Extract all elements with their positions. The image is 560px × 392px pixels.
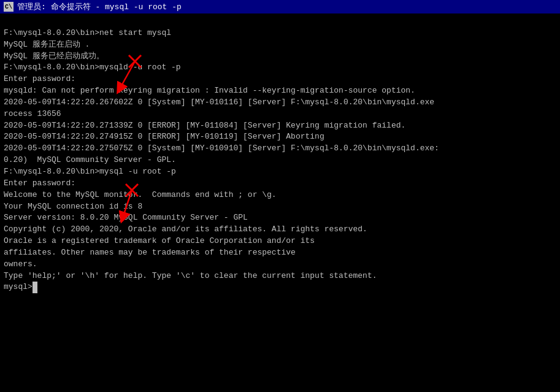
terminal-line: MySQL 服务正在启动 . [4, 39, 556, 51]
title-bar-icon: C\ [4, 2, 13, 12]
terminal-line: F:\mysql-8.0.20\bin>mysqld -u root -p [4, 62, 556, 74]
terminal-line: Enter password: [4, 178, 556, 190]
terminal-line: 2020-05-09T14:22:20.275075Z 0 [System] [… [4, 143, 556, 155]
terminal-line: Type 'help;' or '\h' for help. Type '\c'… [4, 271, 556, 282]
terminal-line: MySQL 服务已经启动成功。 [4, 51, 556, 63]
terminal-line: Your MySQL connection id is 8 [4, 201, 556, 213]
terminal-line: affiliates. Other names may be trademark… [4, 247, 556, 259]
terminal-line: owners. [4, 259, 556, 271]
terminal-line: rocess 13656 [4, 109, 556, 120]
title-bar: C\ 管理员: 命令提示符 - mysql -u root -p [0, 0, 560, 13]
terminal-line: mysql> [4, 282, 556, 293]
terminal-cursor [33, 282, 37, 293]
terminal-line: 2020-05-09T14:22:20.271339Z 0 [ERROR] [M… [4, 120, 556, 132]
terminal-line: F:\mysql-8.0.20\bin>mysql -u root -p [4, 166, 556, 178]
title-bar-title: 管理员: 命令提示符 - mysql -u root -p [17, 1, 182, 12]
terminal-line: mysqld: Can not perform keyring migratio… [4, 85, 556, 97]
terminal-line: Enter password: [4, 74, 556, 85]
terminal-line: 2020-05-09T14:22:20.267602Z 0 [System] [… [4, 97, 556, 109]
terminal-line: Copyright (c) 2000, 2020, Oracle and/or … [4, 224, 556, 236]
terminal-line: Welcome to the MySQL monitor. Commands e… [4, 190, 556, 201]
terminal-line: Oracle is a registered trademark of Orac… [4, 236, 556, 247]
terminal-line: Server version: 8.0.20 MySQL Community S… [4, 212, 556, 224]
terminal-body[interactable]: F:\mysql-8.0.20\bin>net start mysqlMySQL… [0, 13, 560, 392]
terminal-line: F:\mysql-8.0.20\bin>net start mysql [4, 28, 556, 39]
terminal-line: 0.20) MySQL Community Server - GPL. [4, 155, 556, 166]
terminal-line: 2020-05-09T14:22:20.274915Z 0 [ERROR] [M… [4, 131, 556, 143]
